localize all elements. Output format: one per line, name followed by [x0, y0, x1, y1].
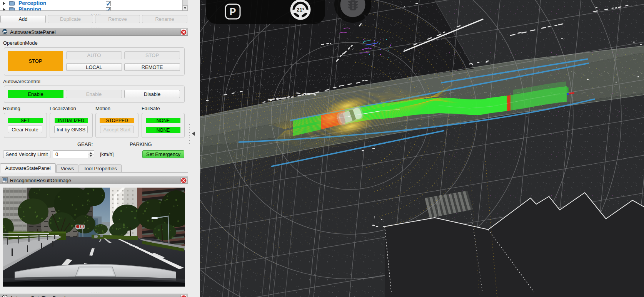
svg-text:21°: 21° [297, 7, 304, 13]
svg-text:P: P [230, 6, 236, 17]
